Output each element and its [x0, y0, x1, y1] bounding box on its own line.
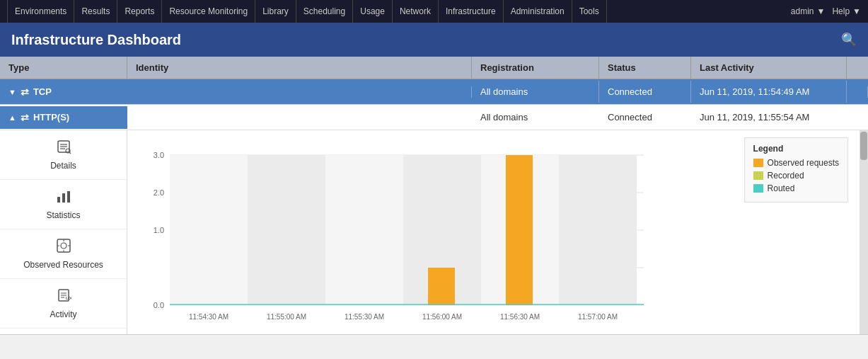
chart-area: Legend Observed requests Recorded Routed — [127, 130, 860, 334]
activity-icon: LOG — [56, 287, 71, 307]
nav-administration[interactable]: Administration — [504, 0, 572, 23]
svg-point-10 — [61, 243, 66, 249]
tcp-status: Connected — [599, 81, 691, 103]
observed-resources-label: Observed Resources — [23, 260, 103, 270]
legend-observed: Observed requests — [753, 158, 839, 168]
main-content: Type Identity Registration Status Last A… — [0, 57, 868, 335]
tcp-row[interactable]: ▼ ⇄ TCP All domains Connected Jun 11, 20… — [0, 79, 868, 105]
side-panel-activity[interactable]: LOG Activity — [0, 279, 127, 329]
svg-text:11:55:00 AM: 11:55:00 AM — [267, 313, 306, 321]
legend-routed-color — [753, 184, 763, 193]
svg-rect-34 — [559, 155, 637, 305]
svg-text:1.0: 1.0 — [154, 226, 164, 234]
col-last-activity: Last Activity — [691, 57, 847, 79]
legend-recorded-label: Recorded — [768, 171, 804, 181]
nav-network[interactable]: Network — [393, 0, 439, 23]
nav-scheduling[interactable]: Scheduling — [296, 0, 353, 23]
nav-environments[interactable]: Environments — [7, 0, 74, 23]
bar-chart: 3.0 2.0 1.0 0.0 — [134, 141, 651, 325]
legend-observed-color — [753, 159, 763, 167]
svg-rect-30 — [248, 155, 325, 305]
statistics-icon — [56, 188, 71, 207]
nav-reports[interactable]: Reports — [117, 0, 162, 23]
legend-title: Legend — [753, 144, 839, 154]
side-panel: Details Statistics — [0, 130, 127, 334]
https-identity — [127, 112, 472, 123]
legend-recorded: Recorded — [753, 171, 839, 181]
svg-line-5 — [69, 153, 71, 154]
svg-rect-8 — [67, 191, 70, 203]
legend-routed-label: Routed — [768, 183, 795, 193]
admin-label: admin — [791, 6, 814, 16]
tcp-last-activity: Jun 11, 2019, 11:54:49 AM — [691, 81, 847, 103]
details-icon — [56, 139, 71, 158]
svg-rect-29 — [170, 155, 248, 305]
https-status: Connected — [599, 106, 691, 128]
side-panel-statistics[interactable]: Statistics — [0, 180, 127, 229]
bar-2 — [506, 155, 533, 305]
observed-resources-icon — [56, 238, 71, 257]
tcp-type-cell[interactable]: ▼ ⇄ TCP — [0, 81, 127, 103]
help-menu[interactable]: Help ▼ — [832, 6, 861, 16]
svg-text:2.0: 2.0 — [154, 188, 164, 197]
tcp-label: TCP — [33, 86, 52, 97]
search-button[interactable]: 🔍 — [841, 32, 857, 47]
header-bar: Infrastructure Dashboard 🔍 — [0, 23, 868, 57]
col-status: Status — [599, 57, 691, 79]
admin-chevron-icon: ▼ — [817, 6, 826, 16]
tcp-protocol-icon: ⇄ — [21, 86, 29, 98]
help-label: Help — [832, 6, 850, 16]
side-panel-details[interactable]: Details — [0, 130, 127, 180]
nav-items-left: Environments Results Reports Resource Mo… — [7, 0, 607, 23]
https-last-activity: Jun 11, 2019, 11:55:54 AM — [691, 106, 847, 128]
scrollbar[interactable] — [860, 130, 868, 334]
nav-library[interactable]: Library — [255, 0, 296, 23]
svg-text:0.0: 0.0 — [154, 301, 164, 309]
svg-text:11:54:30 AM: 11:54:30 AM — [189, 313, 228, 321]
top-navigation: Environments Results Reports Resource Mo… — [0, 0, 868, 23]
page-title: Infrastructure Dashboard — [11, 32, 181, 48]
tcp-identity — [127, 86, 472, 98]
side-panel-observed-resources[interactable]: Observed Resources — [0, 229, 127, 279]
activity-label: Activity — [50, 309, 76, 319]
details-label: Details — [50, 161, 76, 171]
scrollbar-thumb[interactable] — [860, 132, 867, 160]
col-actions — [847, 57, 868, 79]
svg-text:LOG: LOG — [66, 296, 71, 300]
legend-recorded-color — [753, 171, 763, 180]
nav-resource-monitoring[interactable]: Resource Monitoring — [162, 0, 255, 23]
https-row[interactable]: ▲ ⇄ HTTP(S) All domains Connected Jun 11… — [0, 105, 868, 130]
nav-tools[interactable]: Tools — [572, 0, 607, 23]
https-registration: All domains — [472, 106, 599, 128]
chart-legend: Legend Observed requests Recorded Routed — [744, 137, 848, 203]
col-identity: Identity — [127, 57, 472, 79]
svg-rect-6 — [57, 197, 60, 203]
legend-routed: Routed — [753, 183, 839, 193]
col-registration: Registration — [472, 57, 599, 79]
svg-text:11:56:00 AM: 11:56:00 AM — [422, 313, 462, 321]
tcp-extra — [847, 86, 868, 98]
admin-menu[interactable]: admin ▼ — [791, 6, 826, 16]
chart-svg-container: 3.0 2.0 1.0 0.0 — [134, 141, 848, 327]
nav-infrastructure[interactable]: Infrastructure — [439, 0, 504, 23]
tcp-collapse-icon[interactable]: ▼ — [8, 88, 16, 96]
svg-rect-31 — [325, 155, 403, 305]
svg-text:11:55:30 AM: 11:55:30 AM — [345, 313, 384, 321]
nav-items-right: admin ▼ Help ▼ — [791, 6, 861, 16]
statistics-label: Statistics — [46, 210, 80, 220]
https-expand-icon[interactable]: ▲ — [8, 113, 16, 122]
table-header: Type Identity Registration Status Last A… — [0, 57, 868, 79]
https-label: HTTP(S) — [33, 112, 69, 122]
https-type-cell[interactable]: ▲ ⇄ HTTP(S) — [0, 106, 127, 129]
svg-text:11:57:00 AM: 11:57:00 AM — [578, 313, 618, 321]
svg-text:3.0: 3.0 — [154, 151, 164, 159]
nav-usage[interactable]: Usage — [353, 0, 393, 23]
nav-results[interactable]: Results — [74, 0, 117, 23]
expanded-section: Details Statistics — [0, 130, 868, 335]
svg-rect-7 — [62, 193, 65, 203]
bar-1 — [428, 268, 455, 305]
tcp-registration: All domains — [472, 81, 599, 103]
https-extra — [847, 112, 868, 123]
svg-text:11:56:30 AM: 11:56:30 AM — [500, 313, 540, 321]
col-type: Type — [0, 57, 127, 79]
